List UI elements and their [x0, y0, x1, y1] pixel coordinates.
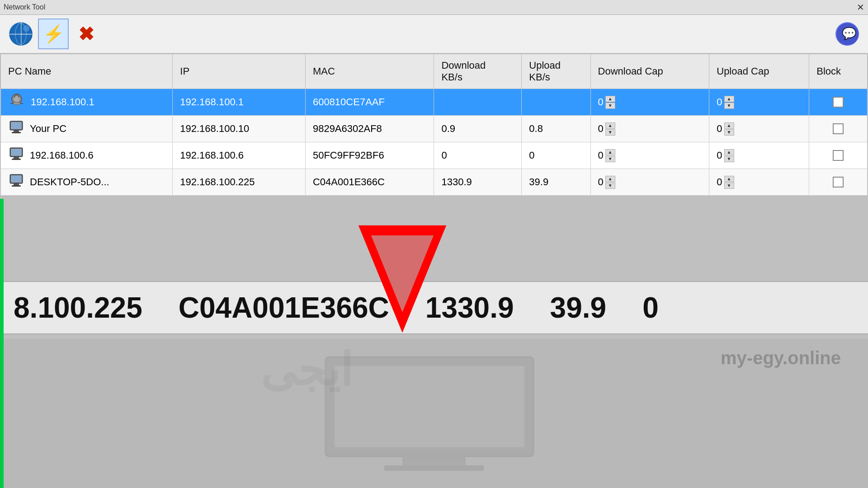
svg-rect-20	[12, 159, 21, 160]
upload-cap-up[interactable]: ▲	[724, 96, 734, 102]
title-text: Network Tool	[4, 3, 45, 11]
download-cap-spinner[interactable]: ▲ ▼	[605, 149, 615, 162]
svg-rect-19	[14, 157, 19, 159]
title-bar: Network Tool ✕	[0, 0, 868, 15]
download-cap-up[interactable]: ▲	[605, 176, 615, 182]
globe-button[interactable]	[5, 19, 36, 49]
cell-block	[809, 116, 868, 142]
upload-cap-value: 0	[717, 150, 722, 161]
upload-cap-spinner[interactable]: ▲ ▼	[724, 122, 734, 136]
cell-upload-kbs: 0	[522, 142, 590, 169]
svg-text:💬: 💬	[842, 26, 857, 41]
table-row[interactable]: 192.168.100.1192.168.100.1600810CE7AAF 0…	[1, 89, 868, 116]
col-pc-name: PC Name	[1, 54, 173, 89]
upload-cap-up[interactable]: ▲	[724, 122, 734, 129]
upload-cap-down[interactable]: ▼	[724, 103, 734, 109]
app-window: Network Tool ✕ ⚡ ✖	[0, 0, 868, 196]
svg-rect-15	[14, 130, 19, 132]
upload-cap-value: 0	[717, 123, 722, 135]
svg-point-4	[23, 25, 29, 32]
cell-upload-cap: 0 ▲ ▼	[709, 116, 809, 142]
pc-icon	[8, 120, 24, 137]
cell-download-cap: 0 ▲ ▼	[590, 142, 709, 169]
cell-block	[809, 142, 868, 169]
upload-cap-spinner[interactable]: ▲ ▼	[724, 176, 734, 189]
download-cap-spinner[interactable]: ▲ ▼	[605, 122, 615, 136]
svg-rect-28	[335, 366, 524, 447]
col-block: Block	[809, 54, 868, 89]
download-cap-down[interactable]: ▼	[605, 129, 615, 136]
col-download-kbs: DownloadKB/s	[434, 54, 522, 89]
upload-cap-down[interactable]: ▼	[724, 183, 734, 189]
upload-cap-down[interactable]: ▼	[724, 156, 734, 162]
download-cap-up[interactable]: ▲	[605, 149, 615, 155]
block-checkbox[interactable]	[833, 177, 844, 188]
chat-button[interactable]: 💬	[832, 19, 863, 49]
cell-ip: 192.168.100.225	[173, 169, 306, 196]
block-checkbox[interactable]	[833, 123, 844, 134]
cell-mac: C04A001E366C	[305, 169, 434, 196]
download-cap-down[interactable]: ▼	[605, 103, 615, 109]
zoomed-cap: 0	[642, 291, 659, 324]
download-cap-spinner[interactable]: ▲ ▼	[605, 176, 615, 189]
svg-rect-22	[11, 175, 22, 183]
upload-cap-spinner[interactable]: ▲ ▼	[724, 96, 734, 109]
router-icon	[8, 94, 25, 111]
svg-rect-27	[326, 357, 533, 456]
upload-cap-up[interactable]: ▲	[724, 149, 734, 155]
svg-rect-18	[11, 149, 22, 156]
network-table-container: PC Name IP MAC DownloadKB/s UploadKB/s D…	[0, 53, 868, 196]
cell-ip: 192.168.100.6	[173, 142, 306, 169]
cell-mac: 9829A6302AF8	[305, 116, 434, 142]
green-border-indicator	[0, 199, 4, 488]
window-close-button[interactable]: ✕	[857, 2, 864, 13]
zoomed-download: 1330.9	[425, 291, 514, 324]
upload-cap-down[interactable]: ▼	[724, 129, 734, 136]
cell-mac: 50FC9FF92BF6	[305, 142, 434, 169]
cell-ip: 192.168.100.1	[173, 89, 306, 116]
watermark-text: my-egy.online	[721, 348, 841, 389]
upload-cap-up[interactable]: ▲	[724, 176, 734, 182]
globe-icon	[9, 22, 33, 46]
bottom-area: ايجى my-egy.online	[0, 339, 868, 488]
zoomed-upload: 39.9	[550, 291, 607, 324]
svg-point-10	[13, 102, 20, 105]
table-row[interactable]: 192.168.100.6192.168.100.650FC9FF92BF600…	[1, 142, 868, 169]
download-cap-up[interactable]: ▲	[605, 96, 615, 102]
download-cap-up[interactable]: ▲	[605, 122, 615, 129]
download-cap-down[interactable]: ▼	[605, 156, 615, 162]
svg-rect-14	[11, 122, 22, 129]
cell-download-cap: 0 ▲ ▼	[590, 169, 709, 196]
svg-rect-23	[14, 183, 19, 185]
pc-icon	[8, 174, 24, 191]
table-row[interactable]: DESKTOP-5DO...192.168.100.225C04A001E366…	[1, 169, 868, 196]
col-mac: MAC	[305, 54, 434, 89]
download-cap-value: 0	[598, 150, 604, 161]
svg-rect-24	[12, 185, 21, 187]
cell-download-kbs	[434, 89, 522, 116]
pc-icon	[8, 147, 24, 164]
cell-pc-name: Your PC	[1, 116, 173, 142]
lightning-button[interactable]: ⚡	[38, 19, 69, 49]
upload-cap-spinner[interactable]: ▲ ▼	[724, 149, 734, 162]
arabic-watermark: ايجى	[260, 343, 353, 396]
cell-download-cap: 0 ▲ ▼	[590, 89, 709, 116]
toolbar: ⚡ ✖ 💬	[0, 15, 868, 53]
table-header-row: PC Name IP MAC DownloadKB/s UploadKB/s D…	[1, 54, 868, 89]
download-cap-down[interactable]: ▼	[605, 183, 615, 189]
cell-download-kbs: 0	[434, 142, 522, 169]
cell-pc-name: 192.168.100.1	[1, 89, 173, 116]
cell-pc-name: 192.168.100.6	[1, 142, 173, 169]
close-button[interactable]: ✖	[71, 19, 101, 49]
cell-mac: 600810CE7AAF	[305, 89, 434, 116]
cell-upload-cap: 0 ▲ ▼	[709, 89, 809, 116]
cell-download-kbs: 1330.9	[434, 169, 522, 196]
download-cap-spinner[interactable]: ▲ ▼	[605, 96, 615, 109]
close-x-icon: ✖	[78, 23, 94, 45]
block-checkbox[interactable]	[833, 97, 844, 108]
download-cap-value: 0	[598, 176, 604, 188]
block-checkbox[interactable]	[833, 150, 844, 161]
col-upload-cap: Upload Cap	[709, 54, 809, 89]
table-row[interactable]: Your PC192.168.100.109829A6302AF80.90.8 …	[1, 116, 868, 142]
cell-pc-name: DESKTOP-5DO...	[1, 169, 173, 196]
